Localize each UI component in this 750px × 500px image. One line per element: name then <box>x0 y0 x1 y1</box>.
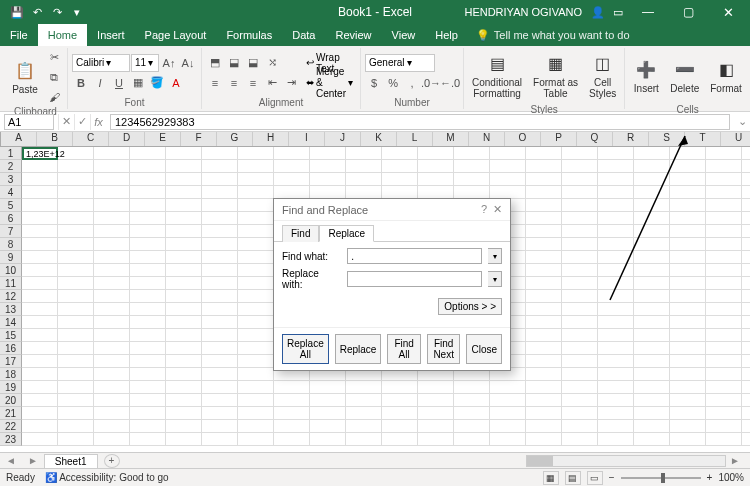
column-header-T[interactable]: T <box>685 132 721 146</box>
column-header-Q[interactable]: Q <box>577 132 613 146</box>
increase-decimal-icon[interactable]: .0→ <box>422 74 440 92</box>
column-header-M[interactable]: M <box>433 132 469 146</box>
column-header-P[interactable]: P <box>541 132 577 146</box>
column-header-G[interactable]: G <box>217 132 253 146</box>
replace-with-input[interactable] <box>347 271 482 287</box>
minimize-button[interactable]: — <box>630 0 666 24</box>
column-header-R[interactable]: R <box>613 132 649 146</box>
cell-styles-button[interactable]: ◫Cell Styles <box>585 48 620 104</box>
font-name-select[interactable]: Calibri ▾ <box>72 54 130 72</box>
cell-a1[interactable]: 1,23E+12 <box>22 147 58 160</box>
find-what-input[interactable] <box>347 248 482 264</box>
qat-dropdown-icon[interactable]: ▾ <box>68 3 86 21</box>
tab-help[interactable]: Help <box>425 24 468 46</box>
row-header-22[interactable]: 22 <box>0 420 22 433</box>
find-what-dropdown-icon[interactable]: ▾ <box>488 248 502 264</box>
accounting-format-icon[interactable]: $ <box>365 74 383 92</box>
italic-button[interactable]: I <box>91 74 109 92</box>
ribbon-display-icon[interactable]: ▭ <box>610 4 626 20</box>
column-header-N[interactable]: N <box>469 132 505 146</box>
row-header-16[interactable]: 16 <box>0 342 22 355</box>
decrease-font-icon[interactable]: A↓ <box>179 54 197 72</box>
row-header-7[interactable]: 7 <box>0 225 22 238</box>
align-right-icon[interactable]: ≡ <box>244 74 262 92</box>
user-name[interactable]: HENDRIYAN OGIVANO <box>460 6 586 18</box>
column-header-C[interactable]: C <box>73 132 109 146</box>
format-as-table-button[interactable]: ▦Format as Table <box>529 48 582 104</box>
decrease-decimal-icon[interactable]: ←.0 <box>441 74 459 92</box>
row-header-13[interactable]: 13 <box>0 303 22 316</box>
align-bottom-icon[interactable]: ⬓ <box>244 54 262 72</box>
row-header-14[interactable]: 14 <box>0 316 22 329</box>
align-center-icon[interactable]: ≡ <box>225 74 243 92</box>
copy-icon[interactable]: ⧉ <box>45 68 63 86</box>
zoom-in-icon[interactable]: + <box>707 472 713 483</box>
border-button[interactable]: ▦ <box>129 74 147 92</box>
tell-me-search[interactable]: 💡 Tell me what you want to do <box>468 24 638 46</box>
decrease-indent-icon[interactable]: ⇤ <box>263 74 281 92</box>
find-next-button[interactable]: Find Next <box>427 334 461 364</box>
tab-formulas[interactable]: Formulas <box>216 24 282 46</box>
page-layout-view-icon[interactable]: ▤ <box>565 471 581 485</box>
align-left-icon[interactable]: ≡ <box>206 74 224 92</box>
column-header-S[interactable]: S <box>649 132 685 146</box>
format-cells-button[interactable]: ◧Format <box>706 48 746 104</box>
row-header-3[interactable]: 3 <box>0 173 22 186</box>
dialog-close-icon[interactable]: ✕ <box>493 203 502 216</box>
column-header-D[interactable]: D <box>109 132 145 146</box>
save-icon[interactable]: 💾 <box>8 3 26 21</box>
column-header-A[interactable]: A <box>1 132 37 146</box>
row-header-6[interactable]: 6 <box>0 212 22 225</box>
insert-cells-button[interactable]: ➕Insert <box>629 48 663 104</box>
paste-button[interactable]: 📋 Paste <box>8 49 42 105</box>
row-header-12[interactable]: 12 <box>0 290 22 303</box>
orientation-icon[interactable]: ⤭ <box>263 54 281 72</box>
row-header-18[interactable]: 18 <box>0 368 22 381</box>
format-painter-icon[interactable]: 🖌 <box>45 88 63 106</box>
column-header-F[interactable]: F <box>181 132 217 146</box>
normal-view-icon[interactable]: ▦ <box>543 471 559 485</box>
delete-cells-button[interactable]: ➖Delete <box>666 48 703 104</box>
tab-file[interactable]: File <box>0 24 38 46</box>
row-header-21[interactable]: 21 <box>0 407 22 420</box>
close-button[interactable]: Close <box>466 334 502 364</box>
row-header-8[interactable]: 8 <box>0 238 22 251</box>
redo-icon[interactable]: ↷ <box>48 3 66 21</box>
number-format-select[interactable]: General ▾ <box>365 54 435 72</box>
new-sheet-button[interactable]: + <box>104 454 120 468</box>
tab-page-layout[interactable]: Page Layout <box>135 24 217 46</box>
row-header-4[interactable]: 4 <box>0 186 22 199</box>
zoom-thumb[interactable] <box>661 473 665 483</box>
zoom-out-icon[interactable]: − <box>609 472 615 483</box>
row-header-1[interactable]: 1 <box>0 147 22 160</box>
cut-icon[interactable]: ✂ <box>45 48 63 66</box>
accessibility-status[interactable]: ♿ Accessibility: Good to go <box>45 472 169 483</box>
row-header-2[interactable]: 2 <box>0 160 22 173</box>
dialog-titlebar[interactable]: Find and Replace ? ✕ <box>274 199 510 221</box>
row-header-19[interactable]: 19 <box>0 381 22 394</box>
dialog-help-icon[interactable]: ? <box>481 203 487 216</box>
column-header-E[interactable]: E <box>145 132 181 146</box>
tab-data[interactable]: Data <box>282 24 325 46</box>
tab-review[interactable]: Review <box>325 24 381 46</box>
replace-button[interactable]: Replace <box>335 334 382 364</box>
zoom-level[interactable]: 100% <box>718 472 744 483</box>
tab-home[interactable]: Home <box>38 24 87 46</box>
fx-icon[interactable]: fx <box>90 114 106 130</box>
row-header-9[interactable]: 9 <box>0 251 22 264</box>
increase-indent-icon[interactable]: ⇥ <box>282 74 300 92</box>
maximize-button[interactable]: ▢ <box>670 0 706 24</box>
merge-center-button[interactable]: ⬌ Merge & Center ▾ <box>303 74 356 92</box>
row-header-10[interactable]: 10 <box>0 264 22 277</box>
column-header-K[interactable]: K <box>361 132 397 146</box>
hscroll-right-icon[interactable]: ► <box>726 455 744 466</box>
replace-with-dropdown-icon[interactable]: ▾ <box>488 271 502 287</box>
row-header-17[interactable]: 17 <box>0 355 22 368</box>
expand-formulabar-icon[interactable]: ⌄ <box>734 115 750 128</box>
conditional-formatting-button[interactable]: ▤Conditional Formatting <box>468 48 526 104</box>
sheet-nav-prev-icon[interactable]: ◄ <box>0 455 22 466</box>
sheet-tab-1[interactable]: Sheet1 <box>44 454 98 468</box>
bold-button[interactable]: B <box>72 74 90 92</box>
percent-format-icon[interactable]: % <box>384 74 402 92</box>
close-window-button[interactable]: ✕ <box>710 0 746 24</box>
